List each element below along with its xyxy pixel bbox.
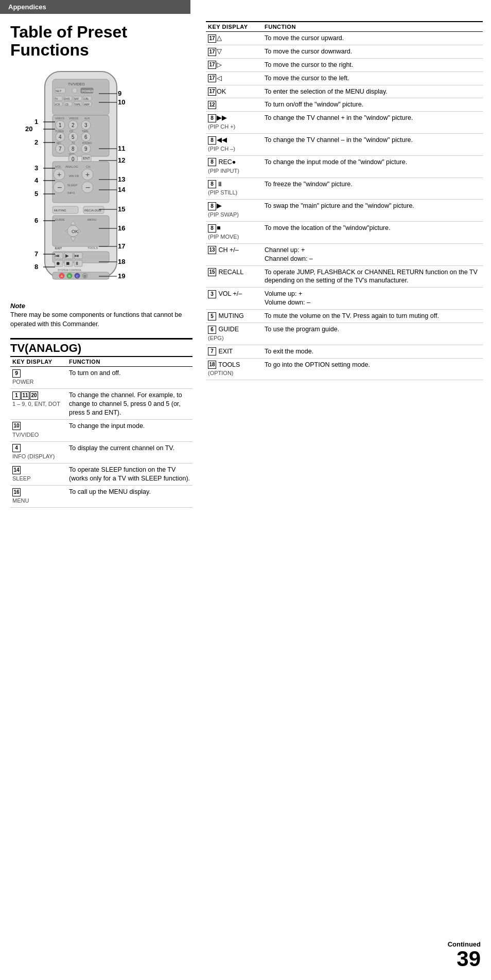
num-badge: 6 bbox=[208, 326, 216, 334]
bottom-bar: Continued 39 bbox=[448, 940, 481, 970]
content-area: Table of Preset Functions TV/VIDEO SET P… bbox=[0, 14, 491, 513]
table-row: 6 GUIDE (EPG)To use the program guide. bbox=[206, 323, 483, 345]
num-badge: 16 bbox=[12, 488, 21, 496]
num-badge: 18 bbox=[208, 361, 216, 369]
svg-text:TAPE: TAPE bbox=[74, 103, 81, 106]
key-cell: 8 REC● (PIP INPUT) bbox=[206, 155, 262, 177]
num-badge: 9 bbox=[12, 369, 21, 378]
svg-text:OK: OK bbox=[72, 229, 78, 234]
remote-svg: TV/VIDEO SET POWER TV DVD SAT CBL bbox=[14, 66, 148, 288]
section-title: TV(ANALOG) bbox=[10, 340, 192, 356]
func-cell: To move the cursor to the left. bbox=[262, 72, 483, 85]
num-badge: 20 bbox=[30, 391, 38, 400]
note-title: Note bbox=[10, 302, 192, 310]
num-badge: 5 bbox=[208, 312, 216, 320]
svg-text:VIDEO2: VIDEO2 bbox=[69, 117, 79, 120]
svg-text:AUX: AUX bbox=[84, 117, 90, 120]
svg-text:TV/VIDEO: TV/VIDEO bbox=[68, 82, 85, 86]
svg-text:EXIT: EXIT bbox=[55, 247, 62, 250]
func-cell: To move the cursor to the right. bbox=[262, 58, 483, 72]
func-cell: To move the cursor upward. bbox=[262, 32, 483, 45]
key-cell: 15 RECALL bbox=[206, 265, 262, 288]
svg-text:18: 18 bbox=[118, 258, 125, 265]
svg-text:17: 17 bbox=[118, 242, 125, 250]
table-row: 4INFO (DISPLAY)To display the current ch… bbox=[10, 441, 192, 464]
func-cell: To move the location of the "window"pict… bbox=[262, 222, 483, 244]
svg-text:ANALOG: ANALOG bbox=[65, 165, 78, 168]
svg-text:A: A bbox=[61, 275, 63, 278]
svg-text:⏸: ⏸ bbox=[75, 261, 79, 266]
func-cell: To exit the mode. bbox=[262, 345, 483, 358]
svg-text:WIN VID: WIN VID bbox=[69, 174, 79, 177]
svg-text:9: 9 bbox=[118, 90, 121, 97]
svg-point-5 bbox=[72, 88, 77, 93]
func-cell: To turn on and off. bbox=[67, 367, 192, 389]
svg-text:1: 1 bbox=[34, 118, 38, 126]
svg-text:VOL: VOL bbox=[55, 165, 62, 168]
svg-text:VIDEO1: VIDEO1 bbox=[55, 117, 65, 120]
svg-text:−: − bbox=[57, 183, 62, 192]
svg-text:5: 5 bbox=[72, 134, 75, 140]
func-cell: To change the input mode of the "window"… bbox=[262, 155, 483, 177]
svg-text:6: 6 bbox=[34, 217, 38, 224]
svg-text:8: 8 bbox=[34, 263, 38, 271]
table-row: 8▶ (PIP SWAP)To swap the "main" picture … bbox=[206, 200, 483, 222]
svg-text:4: 4 bbox=[59, 134, 62, 140]
svg-text:10: 10 bbox=[118, 98, 125, 106]
svg-text:SET: SET bbox=[56, 90, 62, 93]
svg-text:⏭: ⏭ bbox=[75, 253, 79, 258]
key-cell: 8◀◀ (PIP CH –) bbox=[206, 134, 262, 156]
func-cell: To go into the OPTION setting mode. bbox=[262, 358, 483, 380]
func-cell: Volume up: +Volume down: – bbox=[262, 288, 483, 310]
svg-text:D: D bbox=[84, 275, 86, 278]
svg-text:ENT: ENT bbox=[83, 156, 91, 160]
func-cell: To move the cursor downward. bbox=[262, 45, 483, 58]
table-row: 5 MUTINGTo mute the volume on the TV. Pr… bbox=[206, 310, 483, 323]
svg-text:16: 16 bbox=[118, 224, 125, 232]
svg-text:3: 3 bbox=[84, 122, 87, 128]
svg-text:20: 20 bbox=[25, 125, 32, 133]
table-row: 8■ (PIP MOVE)To move the location of the… bbox=[206, 222, 483, 244]
num-badge: 8 bbox=[208, 114, 216, 122]
table-row: 3 VOL +/–Volume up: +Volume down: – bbox=[206, 288, 483, 310]
table-row: 9POWERTo turn on and off. bbox=[10, 367, 192, 389]
svg-text:TV: TV bbox=[55, 97, 58, 100]
svg-text:SLEEP: SLEEP bbox=[67, 184, 77, 187]
svg-text:15: 15 bbox=[118, 205, 125, 213]
svg-text:2: 2 bbox=[34, 138, 38, 146]
table-row: 17◁To move the cursor to the left. bbox=[206, 72, 483, 85]
key-cell: 17◁ bbox=[206, 72, 262, 85]
func-cell: To change the TV channel + in the "windo… bbox=[262, 112, 483, 134]
key-cell: 4INFO (DISPLAY) bbox=[10, 441, 67, 464]
num-badge: 8 bbox=[208, 136, 216, 145]
num-badge: 3 bbox=[208, 290, 216, 298]
right-col-key-header: KEY DISPLAY bbox=[206, 22, 262, 32]
svg-text:POWER: POWER bbox=[82, 90, 94, 93]
tv-analog-table: KEY DISPLAY FUNCTION 9POWERTo turn on an… bbox=[10, 356, 192, 507]
svg-text:−: − bbox=[85, 183, 90, 192]
table-row: 8 REC● (PIP INPUT)To change the input mo… bbox=[206, 155, 483, 177]
svg-text:⏺: ⏺ bbox=[56, 261, 60, 266]
svg-text:CH: CH bbox=[86, 165, 91, 168]
key-cell: 13 CH +/– bbox=[206, 243, 262, 265]
table-row: 8▶▶ (PIP CH +)To change the TV channel +… bbox=[206, 112, 483, 134]
svg-text:2: 2 bbox=[72, 122, 75, 128]
func-cell: To change the input mode. bbox=[67, 419, 192, 441]
table-row: 12To turn on/off the "window" picture. bbox=[206, 98, 483, 112]
func-cell: To operate JUMP, FLASHBACK or CHANNEL RE… bbox=[262, 265, 483, 288]
table-row: 14SLEEPTo operate SLEEP function on the … bbox=[10, 464, 192, 486]
key-cell: 7 EXIT bbox=[206, 345, 262, 358]
key-cell: 17▽ bbox=[206, 45, 262, 58]
key-cell: 17OK bbox=[206, 85, 262, 98]
key-cell: 8▶▶ (PIP CH +) bbox=[206, 112, 262, 134]
num-badge: 14 bbox=[12, 466, 21, 474]
func-cell: To display the current channel on TV. bbox=[67, 441, 192, 464]
key-cell: 8▶ (PIP SWAP) bbox=[206, 200, 262, 222]
svg-text:⏹: ⏹ bbox=[65, 261, 70, 266]
svg-text:REC/A.DUB: REC/A.DUB bbox=[84, 209, 101, 212]
table-row: 8◀◀ (PIP CH –)To change the TV channel –… bbox=[206, 134, 483, 156]
table-row: 17△To move the cursor upward. bbox=[206, 32, 483, 45]
svg-text:7: 7 bbox=[34, 250, 38, 258]
svg-text:INFO: INFO bbox=[67, 191, 75, 194]
num-badge: 17 bbox=[208, 87, 216, 96]
